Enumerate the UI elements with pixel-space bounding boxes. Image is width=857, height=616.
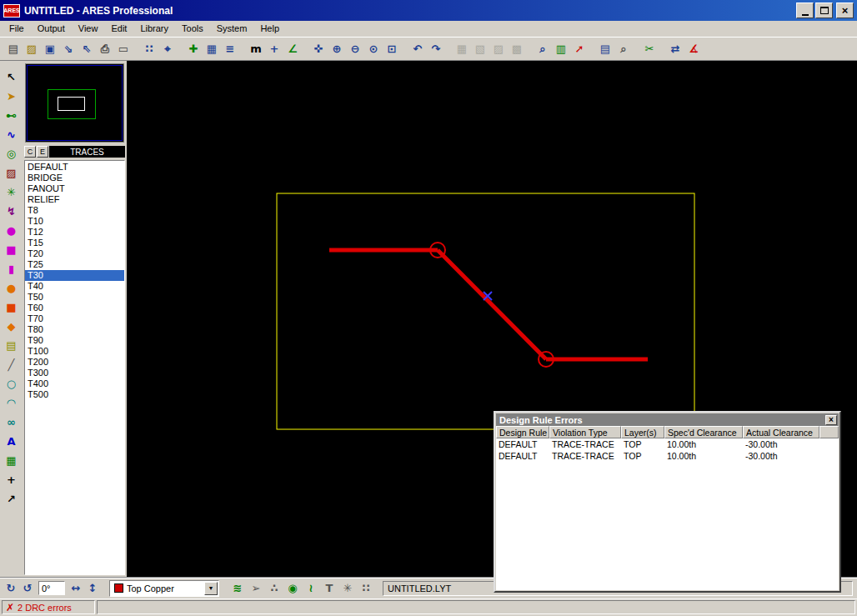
redo-icon[interactable]: ↷ xyxy=(427,40,445,58)
auto-router-icon[interactable]: ✂ xyxy=(640,40,659,58)
smt-poly-pad-icon[interactable]: ◆ xyxy=(3,318,20,334)
package-mode-icon[interactable]: ⊷ xyxy=(3,107,20,123)
print-layout-icon[interactable]: ⎙ xyxy=(96,40,114,58)
trace-item[interactable]: T40 xyxy=(25,281,124,292)
overview-viewport[interactable] xyxy=(58,97,85,111)
import-section-icon[interactable]: ⇘ xyxy=(59,40,78,58)
smt-square-pad-icon[interactable]: ■ xyxy=(3,298,20,315)
zone-mode-icon[interactable]: ▨ xyxy=(3,164,20,181)
menu-help[interactable]: Help xyxy=(253,22,286,36)
smt-round-pad-icon[interactable]: ● xyxy=(3,279,20,296)
zoom-in-icon[interactable]: ⊕ xyxy=(328,40,346,58)
trace-list[interactable]: DEFAULTBRIDGEFANOUTRELIEFT8T10T12T15T20T… xyxy=(24,160,125,575)
pick-parts-icon[interactable]: ⌕ xyxy=(534,40,552,58)
trace-item[interactable]: T500 xyxy=(25,389,124,400)
drc-error-list[interactable]: DEFAULT TRACE-TRACE TOP 10.00th -30.00th… xyxy=(496,438,839,590)
connectivity-highlight-icon[interactable]: ↯ xyxy=(3,203,20,219)
menu-output[interactable]: Output xyxy=(31,22,72,36)
dil-pad-icon[interactable]: ▮ xyxy=(3,260,20,277)
drc-column-header[interactable]: Actual Clearance xyxy=(743,426,819,438)
trace-item[interactable]: BRIDGE xyxy=(25,173,124,183)
search-tag-icon[interactable]: ⌕ xyxy=(614,40,633,58)
app-icon[interactable]: ARES xyxy=(3,4,20,18)
trace-item[interactable]: T70 xyxy=(25,313,124,324)
trace-item[interactable]: T15 xyxy=(25,238,124,248)
toggle-grid-icon[interactable]: ∷ xyxy=(140,40,158,58)
trace-item[interactable]: DEFAULT xyxy=(25,162,124,173)
rotation-angle-field[interactable]: 0° xyxy=(38,581,65,595)
menu-file[interactable]: File xyxy=(3,22,31,36)
trace-mode-icon[interactable]: ∿ xyxy=(3,126,20,143)
rotate-anticlockwise-icon[interactable]: ↺ xyxy=(19,580,36,597)
drc-column-header[interactable]: Layer(s) xyxy=(621,426,664,438)
zoom-all-icon[interactable]: ⊙ xyxy=(364,40,383,58)
zoom-area-icon[interactable]: ⊡ xyxy=(383,40,401,58)
origin-marker-icon[interactable]: + xyxy=(265,40,283,58)
2d-arc-icon[interactable]: ◠ xyxy=(3,394,20,411)
menu-system[interactable]: System xyxy=(210,22,254,36)
2d-text-icon[interactable]: A xyxy=(3,433,20,449)
drc-error-row[interactable]: DEFAULT TRACE-TRACE TOP 10.00th -30.00th xyxy=(496,450,839,462)
trace-item[interactable]: FANOUT xyxy=(25,183,124,194)
drc-column-header[interactable]: Spec'd Clearance xyxy=(664,426,743,438)
x-cursor-icon[interactable]: ✚ xyxy=(184,40,203,58)
layers-dialog-icon[interactable]: ≡ xyxy=(221,40,239,58)
filter-pads-icon[interactable]: ∴ xyxy=(266,580,283,597)
rotate-clockwise-icon[interactable]: ↻ xyxy=(3,580,19,597)
drc-column-header[interactable]: Violation Type xyxy=(549,426,621,438)
overview-map[interactable] xyxy=(25,63,124,143)
pan-icon[interactable]: ✜ xyxy=(309,40,328,58)
filter-vias-icon[interactable]: ◉ xyxy=(284,580,301,597)
layer-selector-dropdown-button[interactable]: ▼ xyxy=(204,582,218,595)
decompose-icon[interactable]: ➚ xyxy=(570,40,589,58)
trace-item[interactable]: T10 xyxy=(25,216,124,227)
filter-text-icon[interactable]: T xyxy=(321,580,338,597)
minimize-button[interactable] xyxy=(796,3,814,18)
zoom-out-icon[interactable]: ⊖ xyxy=(346,40,364,58)
maximize-button[interactable] xyxy=(815,3,833,18)
undo-icon[interactable]: ↶ xyxy=(408,40,427,58)
connectivity-check-icon[interactable]: ⇄ xyxy=(666,40,684,58)
flip-horizontal-icon[interactable]: ↔ xyxy=(68,580,84,597)
make-package-icon[interactable]: ▥ xyxy=(552,40,570,58)
component-mode-icon[interactable]: ➤ xyxy=(3,88,20,104)
trace-item[interactable]: T20 xyxy=(25,248,124,259)
trace-item[interactable]: RELIEF xyxy=(25,194,124,205)
units-toggle-icon[interactable]: m xyxy=(247,40,265,58)
snap-lock-icon[interactable]: ▦ xyxy=(203,40,221,58)
filter-zones-icon[interactable]: ≀ xyxy=(303,580,319,597)
ratsnest-mode-icon[interactable]: ✳ xyxy=(3,183,20,200)
layer-selector[interactable]: Top Copper ▼ xyxy=(109,580,219,597)
design-rule-check-icon[interactable]: ∡ xyxy=(684,40,703,58)
drc-title-bar[interactable]: Design Rule Errors × xyxy=(496,413,839,426)
filter-markers-icon[interactable]: ∷ xyxy=(358,580,374,597)
trace-item[interactable]: T50 xyxy=(25,292,124,303)
title-bar[interactable]: ARES UNTITLED - ARES Professional × xyxy=(0,0,857,21)
save-layout-icon[interactable]: ▣ xyxy=(41,40,59,58)
filter-traces-icon[interactable]: ≋ xyxy=(229,580,246,597)
filter-graphics-icon[interactable]: ✳ xyxy=(339,580,356,597)
dimension-mode-icon[interactable]: ↗ xyxy=(3,490,20,507)
menu-view[interactable]: View xyxy=(72,22,105,36)
menu-library[interactable]: Library xyxy=(133,22,175,36)
selector-c-button[interactable]: C xyxy=(24,146,36,158)
drc-close-button[interactable]: × xyxy=(825,415,837,425)
trace-item[interactable]: T25 xyxy=(25,259,124,270)
filter-ratsnest-icon[interactable]: ➢ xyxy=(248,580,264,597)
new-layout-icon[interactable]: ▤ xyxy=(4,40,23,58)
trace-item[interactable]: T12 xyxy=(25,227,124,238)
open-layout-icon[interactable]: ▨ xyxy=(23,40,41,58)
trace-angle-icon[interactable]: ∠ xyxy=(283,40,302,58)
mark-output-area-icon[interactable]: ▭ xyxy=(114,40,133,58)
trace-item[interactable]: T90 xyxy=(25,335,124,346)
export-section-icon[interactable]: ⇖ xyxy=(78,40,96,58)
trace-item[interactable]: T100 xyxy=(25,346,124,357)
trace-item[interactable]: T300 xyxy=(25,368,124,378)
trace-item[interactable]: T8 xyxy=(25,205,124,216)
trace-item[interactable]: T30 xyxy=(25,270,124,281)
trace-item[interactable]: T60 xyxy=(25,303,124,313)
menu-tools[interactable]: Tools xyxy=(175,22,210,36)
2d-path-icon[interactable]: ∞ xyxy=(3,413,20,430)
menu-edit[interactable]: Edit xyxy=(104,22,133,36)
toggle-origin-icon[interactable]: ⌖ xyxy=(158,40,177,58)
